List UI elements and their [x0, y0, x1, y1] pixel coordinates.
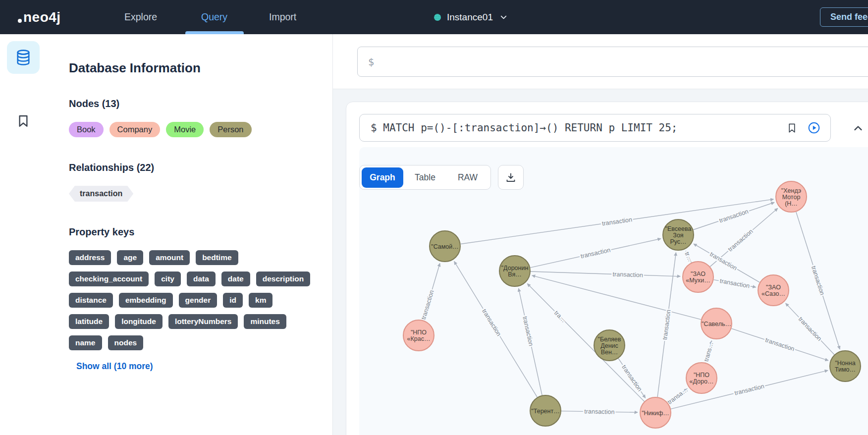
view-tab-raw[interactable]: RAW	[447, 167, 488, 188]
property-key-chip-embedding[interactable]: embedding	[119, 293, 173, 308]
result-frame: $ MATCH p=()-[:transaction]→() RETURN p …	[346, 102, 868, 435]
query-editor-section: $	[333, 34, 868, 89]
logo-dot-icon	[18, 19, 22, 23]
bookmark-icon	[786, 122, 798, 134]
property-key-chips: addressageamountbedtimechecking_accountc…	[69, 250, 319, 350]
edge-label: transa…	[666, 386, 689, 406]
property-key-chip-bedtime[interactable]: bedtime	[196, 250, 238, 265]
neo4j-logo[interactable]: neo4j	[18, 0, 61, 34]
sidebar-item-database[interactable]	[7, 41, 40, 74]
property-key-chip-checking_account[interactable]: checking_account	[69, 272, 149, 286]
node-caption: "БеляевДенисВен…	[598, 336, 621, 356]
property-key-chip-gender[interactable]: gender	[179, 293, 217, 308]
property-key-chip-amount[interactable]: amount	[149, 250, 190, 265]
node-label-badges: BookCompanyMoviePerson	[69, 122, 319, 137]
property-key-chip-distance[interactable]: distance	[69, 293, 113, 308]
property-key-chip-id[interactable]: id	[223, 293, 243, 308]
result-view-toolbar: GraphTableRAW	[359, 165, 524, 190]
graph-node-evseeva[interactable]: "ЕвсееваЗояРус…	[663, 219, 694, 250]
node-label-badge-movie[interactable]: Movie	[166, 122, 204, 137]
graph-node-mukhi[interactable]: "ЗАО«Мухи…	[683, 262, 713, 292]
graph-node-savel[interactable]: "Савель…	[701, 308, 732, 339]
node-label-badge-book[interactable]: Book	[69, 122, 104, 137]
run-query-button[interactable]	[808, 121, 820, 134]
send-feedback-button[interactable]: Send feedback	[820, 7, 868, 27]
nav-tab-import[interactable]: Import	[269, 0, 296, 34]
property-key-chip-name[interactable]: name	[69, 335, 102, 350]
edge-label: transaction	[620, 364, 643, 392]
results-stream: $ MATCH p=()-[:transaction]→() RETURN p …	[333, 89, 868, 435]
edge-label: transaction	[734, 382, 765, 396]
property-key-chip-lotteryNumbers[interactable]: lotteryNumbers	[168, 314, 238, 329]
property-key-chip-address[interactable]: address	[69, 250, 111, 265]
property-key-chip-longitude[interactable]: longitude	[115, 314, 163, 329]
app-window: neo4j ExploreQueryImport Instance01 Send…	[0, 0, 868, 435]
edge-label: tr…	[683, 251, 694, 263]
nav-tab-query[interactable]: Query	[201, 0, 227, 34]
property-key-chip-city[interactable]: city	[155, 272, 181, 286]
node-label-badge-person[interactable]: Person	[210, 122, 251, 137]
graph-node-belyaev[interactable]: "БеляевДенисВен…	[594, 330, 625, 361]
graph-node-terent[interactable]: "Терент…	[530, 395, 561, 426]
left-icon-rail	[0, 34, 47, 435]
node-layer: "Самой…"ДоронинВя…"ЕвсееваЗояРус…"ХендэМ…	[403, 181, 861, 428]
edge-label: transaction	[718, 208, 749, 224]
node-caption: "Самой…	[431, 243, 459, 250]
relationships-heading: Relationships (22)	[69, 162, 319, 173]
graph-node-sazo[interactable]: "ЗАО«Сазо…	[758, 275, 789, 306]
edge-label: transaction	[481, 308, 502, 337]
active-tab-indicator	[185, 31, 244, 34]
property-key-chip-date[interactable]: date	[221, 272, 250, 286]
collapse-frame-button[interactable]	[851, 121, 866, 136]
instance-selector[interactable]: Instance01	[434, 0, 508, 34]
relationship-chip-transaction[interactable]: transaction	[69, 186, 133, 202]
bookmark-icon	[15, 113, 31, 129]
graph-canvas[interactable]: transactiontransactiontransactiontransac…	[359, 147, 868, 435]
property-key-chip-age[interactable]: age	[117, 250, 143, 265]
property-key-chip-description[interactable]: description	[256, 272, 311, 286]
edge-transaction	[527, 284, 644, 402]
view-tabs: GraphTableRAW	[359, 165, 491, 190]
edge-label: transaction	[797, 316, 823, 342]
top-navbar: neo4j ExploreQueryImport Instance01 Send…	[0, 0, 868, 34]
property-key-chip-latitude[interactable]: latitude	[69, 314, 109, 329]
graph-node-kras[interactable]: "НПО«Крас…	[403, 320, 434, 351]
node-caption: "Савель…	[702, 321, 731, 327]
edge-label: transaction	[580, 246, 611, 260]
edge-label: trans…	[703, 341, 714, 363]
node-caption: "Никиф…	[642, 410, 669, 417]
nav-tab-explore[interactable]: Explore	[124, 0, 157, 34]
node-label-badge-company[interactable]: Company	[109, 122, 161, 137]
edge-label: transaction	[601, 216, 633, 227]
node-caption: "Терент…	[531, 408, 559, 415]
edge-label: transaction	[810, 265, 826, 296]
edge-label-layer: transactiontransactiontransactiontransac…	[420, 208, 826, 416]
sidebar-item-bookmarks[interactable]	[7, 105, 40, 137]
panel-title: Database Information	[69, 60, 319, 76]
show-all-link[interactable]: Show all (10 more)	[76, 361, 153, 372]
graph-node-nonna[interactable]: "НоннаТимо…	[830, 351, 861, 381]
graph-node-samoy[interactable]: "Самой…	[430, 231, 460, 262]
view-tab-table[interactable]: Table	[404, 167, 446, 188]
edge-label: transaction	[719, 277, 751, 289]
chevron-down-icon	[499, 12, 508, 22]
graph-node-doro[interactable]: "НПО«Доро…	[686, 363, 717, 393]
download-button[interactable]	[498, 165, 524, 190]
property-key-chip-minutes[interactable]: minutes	[244, 314, 286, 329]
property-key-chip-data[interactable]: data	[187, 272, 216, 286]
property-key-chip-km[interactable]: km	[249, 293, 272, 308]
graph-node-nikif[interactable]: "Никиф…	[640, 397, 671, 428]
graph-node-doronin[interactable]: "ДоронинВя…	[499, 256, 530, 286]
node-caption: "НоннаТимо…	[835, 360, 856, 373]
bookmark-query-button[interactable]	[786, 122, 798, 134]
property-key-chip-nodes[interactable]: nodes	[108, 335, 144, 350]
cypher-query-box[interactable]: $ MATCH p=()-[:transaction]→() RETURN p …	[359, 114, 831, 142]
property-keys-heading: Property keys	[69, 226, 319, 238]
graph-visualization-area: transactiontransactiontransactiontransac…	[359, 147, 868, 435]
edge-label: transaction	[661, 309, 672, 340]
prompt-symbol: $	[368, 56, 374, 68]
graph-node-hyundai[interactable]: "ХендэМотор(Н…	[776, 181, 807, 212]
query-input[interactable]: $	[357, 47, 868, 77]
view-tab-graph[interactable]: Graph	[362, 167, 403, 188]
edge-label: transaction	[727, 228, 754, 253]
